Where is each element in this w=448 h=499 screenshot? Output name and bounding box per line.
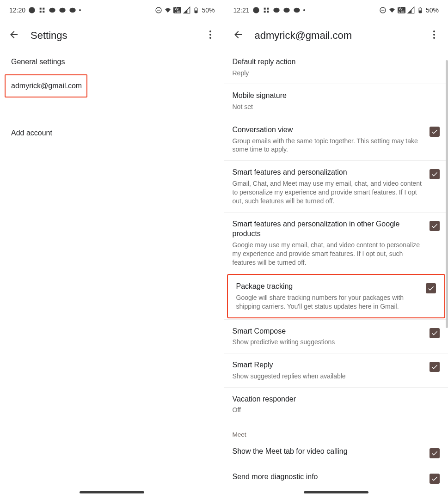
highlight-package-tracking: Package tracking Google will share track… bbox=[227, 274, 446, 318]
wifi-icon bbox=[388, 6, 396, 14]
status-bar: 12:20 VoLTE 50% bbox=[0, 0, 224, 20]
setting-title: Show the Meet tab for video calling bbox=[233, 446, 424, 456]
volte-icon: VoLTE bbox=[398, 7, 405, 13]
home-indicator[interactable] bbox=[304, 491, 368, 493]
setting-smart-features-other[interactable]: Smart features and personalization in ot… bbox=[224, 212, 448, 274]
discord-icon bbox=[59, 6, 66, 14]
svg-point-31 bbox=[433, 37, 435, 39]
overflow-icon[interactable] bbox=[429, 29, 440, 42]
setting-sub: Google may use my email, chat, and video… bbox=[233, 241, 424, 267]
svg-rect-4 bbox=[43, 11, 44, 12]
app-bar: Settings bbox=[0, 20, 224, 50]
setting-sub: Gmail, Chat, and Meet may use my email, … bbox=[233, 179, 424, 206]
checkbox-checked[interactable] bbox=[430, 221, 440, 231]
svg-point-23 bbox=[294, 8, 300, 13]
section-meet-label: Meet bbox=[224, 421, 448, 440]
menu-account-email[interactable]: admyrick@gmail.com bbox=[5, 74, 87, 97]
status-bar: 12:21 VoLTE 50% bbox=[224, 0, 448, 20]
setting-smart-features[interactable]: Smart features and personalization Gmail… bbox=[224, 160, 448, 212]
svg-point-7 bbox=[69, 8, 75, 13]
setting-vacation-responder[interactable]: Vacation responder Off bbox=[224, 387, 448, 421]
svg-rect-19 bbox=[264, 11, 265, 12]
setting-title: Default reply action bbox=[233, 57, 440, 67]
setting-default-reply[interactable]: Default reply action Reply bbox=[224, 50, 448, 84]
slack-icon bbox=[38, 6, 46, 14]
clock: 12:20 bbox=[9, 6, 25, 14]
setting-title: Mobile signature bbox=[233, 91, 440, 101]
setting-meet-tab[interactable]: Show the Meet tab for video calling bbox=[224, 440, 448, 465]
menu-add-account[interactable]: Add account bbox=[0, 122, 224, 145]
setting-sub: Reply bbox=[233, 69, 440, 78]
svg-rect-12 bbox=[196, 7, 196, 8]
setting-smart-compose[interactable]: Smart Compose Show predictive writing su… bbox=[224, 319, 448, 353]
discord-icon bbox=[49, 6, 56, 14]
setting-sub: Group emails with the same topic togethe… bbox=[233, 137, 424, 154]
checkbox-checked[interactable] bbox=[430, 474, 440, 484]
svg-rect-28 bbox=[420, 7, 421, 8]
wifi-icon bbox=[164, 6, 172, 14]
volte-icon: VoLTE bbox=[173, 7, 181, 13]
svg-rect-20 bbox=[267, 11, 269, 12]
dnd-icon bbox=[155, 6, 162, 14]
setting-sub: Not set bbox=[233, 103, 440, 111]
svg-point-15 bbox=[209, 37, 211, 39]
discord-icon bbox=[293, 6, 301, 14]
home-indicator[interactable] bbox=[80, 491, 144, 493]
menu-general-settings[interactable]: General settings bbox=[0, 50, 224, 73]
more-notifications-icon bbox=[79, 9, 81, 11]
svg-rect-18 bbox=[267, 8, 269, 10]
signal-icon bbox=[407, 6, 415, 14]
overflow-icon[interactable] bbox=[205, 29, 216, 42]
battery-percent: 50% bbox=[202, 6, 215, 14]
scrollbar[interactable] bbox=[446, 60, 448, 328]
checkbox-checked[interactable] bbox=[430, 127, 440, 137]
checkbox-checked[interactable] bbox=[430, 448, 440, 458]
svg-point-5 bbox=[49, 8, 55, 13]
setting-diagnostic-info[interactable]: Send more diagnostic info bbox=[224, 465, 448, 490]
setting-title: Vacation responder bbox=[233, 394, 440, 404]
svg-point-0 bbox=[29, 7, 35, 13]
svg-point-21 bbox=[273, 8, 279, 13]
phone-right: 12:21 VoLTE 50% admyrick@gmail.com Defau… bbox=[224, 0, 448, 499]
svg-point-13 bbox=[209, 30, 211, 32]
clock: 12:21 bbox=[233, 6, 250, 14]
setting-mobile-signature[interactable]: Mobile signature Not set bbox=[224, 84, 448, 117]
svg-point-29 bbox=[433, 30, 435, 32]
battery-percent: 50% bbox=[426, 6, 439, 14]
battery-icon bbox=[417, 6, 424, 14]
setting-smart-reply[interactable]: Smart Reply Show suggested replies when … bbox=[224, 353, 448, 387]
messenger-icon bbox=[28, 6, 36, 14]
setting-title: Smart Compose bbox=[233, 326, 424, 336]
back-icon[interactable] bbox=[233, 29, 244, 42]
slack-icon bbox=[263, 6, 270, 14]
setting-sub: Show suggested replies when available bbox=[233, 372, 424, 381]
dnd-icon bbox=[379, 6, 387, 14]
setting-title: Send more diagnostic info bbox=[233, 472, 424, 482]
svg-rect-1 bbox=[40, 8, 42, 10]
page-title: admyrick@gmail.com bbox=[255, 30, 418, 42]
setting-package-tracking[interactable]: Package tracking Google will share track… bbox=[228, 275, 445, 317]
back-icon[interactable] bbox=[8, 29, 19, 42]
svg-point-22 bbox=[283, 8, 289, 13]
checkbox-checked[interactable] bbox=[430, 169, 440, 179]
signal-icon bbox=[183, 6, 190, 14]
checkbox-checked[interactable] bbox=[426, 283, 436, 293]
setting-sub: Google will share tracking numbers for y… bbox=[236, 293, 421, 311]
svg-rect-2 bbox=[43, 8, 44, 10]
svg-point-30 bbox=[433, 34, 435, 36]
phone-left: 12:20 VoLTE 50% Settings General setting… bbox=[0, 0, 224, 499]
setting-title: Conversation view bbox=[233, 125, 424, 135]
checkbox-checked[interactable] bbox=[430, 328, 440, 338]
setting-sub: Off bbox=[233, 406, 440, 414]
setting-title: Smart features and personalization in ot… bbox=[233, 219, 424, 239]
battery-icon bbox=[192, 6, 200, 14]
svg-rect-17 bbox=[264, 8, 265, 10]
checkbox-checked[interactable] bbox=[430, 362, 440, 372]
svg-rect-27 bbox=[419, 11, 422, 13]
setting-title: Package tracking bbox=[236, 281, 421, 292]
discord-icon bbox=[69, 6, 76, 14]
svg-point-16 bbox=[253, 7, 259, 13]
setting-conversation-view[interactable]: Conversation view Group emails with the … bbox=[224, 118, 448, 160]
discord-icon bbox=[283, 6, 290, 14]
setting-sub: Show predictive writing suggestions bbox=[233, 338, 424, 347]
